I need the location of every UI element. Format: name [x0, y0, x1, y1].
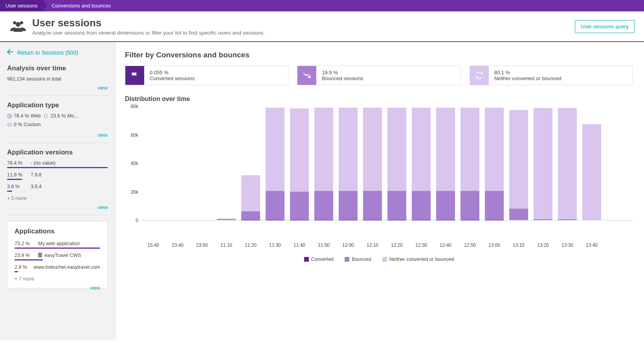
page-title: User sessions — [32, 17, 265, 29]
bar-column — [314, 106, 333, 220]
stat-label: Bounced sessions — [322, 75, 363, 81]
bar-column — [193, 106, 211, 220]
x-tick: 11:50 — [314, 242, 333, 248]
x-tick: 13:10 — [509, 242, 528, 248]
application-row: 73.2 %My web application — [15, 241, 100, 249]
svg-point-2 — [16, 22, 20, 27]
x-tick: 11:10 — [217, 242, 236, 248]
bar-column — [534, 106, 552, 220]
x-tick: 12:30 — [412, 242, 431, 248]
bar-column — [436, 106, 455, 220]
x-tick: 12:10 — [363, 242, 382, 248]
applications-title: Applications — [15, 227, 100, 235]
svg-point-0 — [13, 21, 16, 24]
x-tick: 13:40 — [582, 242, 601, 248]
applications-more: + 7 more — [15, 276, 100, 282]
stat-cards: 0.055 % Converted sessions 19.9 % Bounce… — [125, 66, 633, 85]
applications-view-link[interactable]: view — [90, 285, 100, 291]
bar-column — [485, 106, 504, 220]
main-content: Filter by Conversions and bounces 0.055 … — [116, 42, 644, 340]
stat-card-bounced[interactable]: 19.9 % Bounced sessions — [297, 66, 461, 85]
bar-column — [168, 106, 187, 220]
bar-column — [266, 106, 284, 220]
bar-column — [217, 106, 236, 220]
user-sessions-query-button[interactable]: User sessions query — [575, 20, 635, 33]
stat-card-converted[interactable]: 0.055 % Converted sessions — [125, 66, 288, 85]
breadcrumb: User sessions Conversions and bounces — [0, 0, 644, 11]
arrow-left-icon — [7, 49, 13, 56]
stat-label: Neither converted or bounced — [494, 75, 561, 81]
bar-column — [241, 106, 260, 220]
stat-value: 80.1 % — [494, 70, 561, 75]
x-tick: 11:40 — [290, 242, 309, 248]
application-row: 2.8 %www.trebuchet.easytravel.com — [15, 264, 100, 272]
x-tick: 12:50 — [461, 242, 479, 248]
y-tick: 60k — [131, 132, 138, 138]
breadcrumb-current: Conversions and bounces — [43, 0, 116, 11]
analysis-view-link[interactable]: view — [97, 85, 108, 91]
x-tick: 11:30 — [266, 242, 284, 248]
sidebar: Return to Sessions (500) Analysis over t… — [0, 42, 116, 340]
bar-column — [412, 106, 431, 220]
analysis-title: Analysis over time — [7, 64, 108, 72]
x-tick: 12:40 — [436, 242, 455, 248]
y-tick: 40k — [131, 161, 138, 166]
breadcrumb-root[interactable]: User sessions — [0, 0, 43, 11]
apptype-web: 76.4 % Web — [7, 113, 40, 119]
y-tick: 20k — [131, 189, 138, 195]
sidebar-analysis-over-time: Analysis over time 981,134 sessions in t… — [7, 64, 108, 96]
apptype-mobile: 23.6 % Mo... — [44, 113, 78, 119]
bar-column — [509, 106, 528, 220]
chart-legend: Converted Bounced Neither converted or b… — [125, 257, 633, 262]
bar-column — [339, 106, 358, 220]
version-row: 76.4 %- (no value) — [7, 160, 108, 168]
stat-value: 19.9 % — [322, 70, 363, 75]
stat-card-neither[interactable]: 80.1 % Neither converted or bounced — [470, 66, 633, 85]
x-tick: 13:00 — [485, 242, 504, 248]
apptype-view-link[interactable]: view — [97, 132, 108, 138]
application-row: 23.9 %easyTravel CWS — [15, 253, 100, 260]
y-tick: 80k — [131, 104, 138, 109]
versions-view-link[interactable]: view — [97, 204, 108, 210]
flag-icon — [125, 66, 144, 85]
chart-x-axis: 15:4023:4023:5011:1011:2011:3011:4011:50… — [125, 242, 633, 248]
versions-more: + 5 more — [7, 196, 108, 201]
svg-point-5 — [46, 117, 46, 117]
versions-title: Application versions — [7, 149, 108, 156]
page-subtitle: Analyze user sessions from several dimen… — [32, 30, 265, 36]
analysis-total: 981,134 sessions in total — [7, 76, 108, 82]
x-tick: 13:30 — [558, 242, 577, 248]
apptype-custom: 0 % Custom — [7, 122, 41, 127]
apptype-title: Application type — [7, 101, 108, 109]
version-row: 11.8 %7.9.8 — [7, 172, 108, 180]
x-tick: 11:20 — [241, 242, 260, 248]
legend-neither: Neither converted or bounced — [382, 257, 454, 262]
globe-icon — [7, 114, 12, 119]
filter-title: Filter by Conversions and bounces — [125, 51, 633, 59]
bar-column — [582, 106, 601, 220]
return-link-label: Return to Sessions (500) — [17, 50, 78, 56]
sidebar-applications: Applications 73.2 %My web application23.… — [7, 221, 108, 288]
x-tick: 23:40 — [168, 242, 187, 248]
return-link[interactable]: Return to Sessions (500) — [7, 49, 108, 56]
legend-bounced: Bounced — [345, 257, 371, 262]
stat-value: 0.055 % — [150, 70, 194, 75]
chart: 020k40k60k80k — [125, 106, 633, 236]
x-tick: 23:50 — [193, 242, 211, 248]
page-header: User sessions Analyze user sessions from… — [0, 11, 644, 42]
bar-column — [144, 106, 163, 220]
bar-column — [290, 106, 309, 220]
refresh-icon — [470, 66, 489, 85]
chart-y-axis: 020k40k60k80k — [125, 106, 141, 236]
bar-column — [558, 106, 577, 220]
chart-title: Distribution over time — [125, 95, 633, 103]
legend-converted: Converted — [304, 257, 334, 262]
x-tick: 13:20 — [534, 242, 552, 248]
sidebar-application-versions: Application versions 76.4 %- (no value)1… — [7, 149, 108, 215]
sidebar-application-type: Application type 76.4 % Web 23.6 % Mo...… — [7, 101, 108, 143]
x-tick: 12:00 — [339, 242, 358, 248]
mobile-icon — [44, 114, 49, 119]
app-icon — [38, 253, 42, 257]
version-row: 3.6 %3.5.4 — [7, 184, 108, 192]
trend-down-icon — [297, 66, 316, 85]
